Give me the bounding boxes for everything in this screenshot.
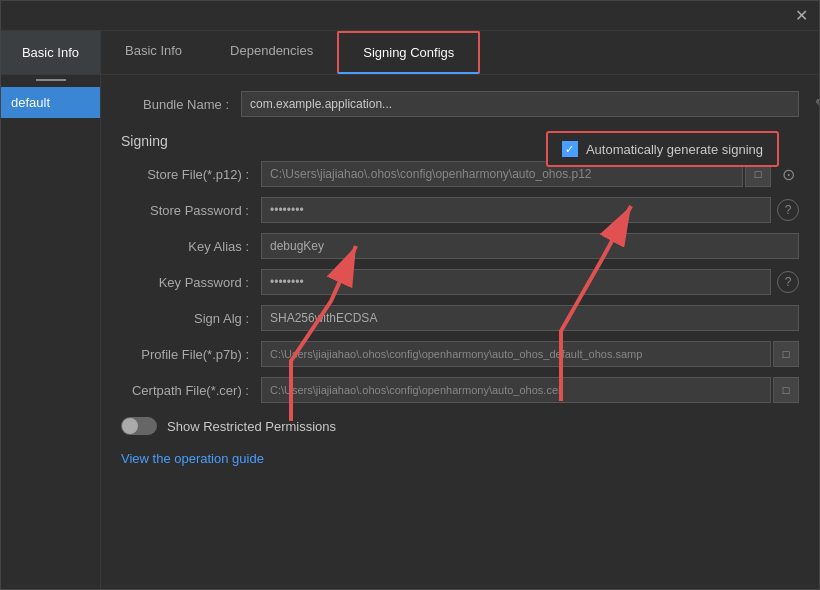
sign-alg-label: Sign Alg : <box>121 311 261 326</box>
content-area: Basic Info Dependencies Signing Configs … <box>101 31 819 589</box>
sidebar-divider <box>36 79 66 81</box>
store-password-help-button[interactable]: ? <box>777 199 799 221</box>
sidebar: Basic Info default <box>1 31 101 589</box>
auto-sign-box: Automatically generate signing <box>546 131 779 167</box>
auto-sign-checkbox[interactable] <box>562 141 578 157</box>
dialog: ✕ Basic Info default Basic Info Dependen… <box>0 0 820 590</box>
tab-basic-info[interactable]: Basic Info <box>101 31 206 74</box>
title-bar: ✕ <box>1 1 819 31</box>
close-button[interactable]: ✕ <box>793 8 809 24</box>
sidebar-item-default[interactable]: default <box>1 87 100 118</box>
key-password-help-button[interactable]: ? <box>777 271 799 293</box>
sidebar-tab-basic-info[interactable]: Basic Info <box>1 31 100 75</box>
store-password-row: Store Password : ? <box>121 197 799 223</box>
operation-guide-link[interactable]: View the operation guide <box>121 451 264 466</box>
profile-file-row: Profile File(*.p7b) : C:\Users\jiajiahao… <box>121 341 799 367</box>
key-alias-row: Key Alias : debugKey <box>121 233 799 259</box>
profile-file-label: Profile File(*.p7b) : <box>121 347 261 362</box>
fingerprint-icon[interactable]: ⊙ <box>777 163 799 185</box>
content-body: Bundle Name : com.example.application...… <box>101 75 819 589</box>
tab-dependencies[interactable]: Dependencies <box>206 31 337 74</box>
bundle-name-value: com.example.application... <box>241 91 799 117</box>
store-file-label: Store File(*.p12) : <box>121 167 261 182</box>
store-password-input[interactable] <box>261 197 771 223</box>
bundle-name-row: Bundle Name : com.example.application...… <box>121 91 799 117</box>
key-password-label: Key Password : <box>121 275 261 290</box>
main-layout: Basic Info default Basic Info Dependenci… <box>1 31 819 589</box>
tab-signing-configs[interactable]: Signing Configs <box>337 31 480 74</box>
tab-bar: Basic Info Dependencies Signing Configs <box>101 31 819 75</box>
profile-file-input[interactable]: C:\Users\jiajiahao\.ohos\config\openharm… <box>261 341 771 367</box>
key-alias-label: Key Alias : <box>121 239 261 254</box>
toggle-label: Show Restricted Permissions <box>167 419 336 434</box>
sign-alg-row: Sign Alg : SHA256withECDSA <box>121 305 799 331</box>
bundle-name-label: Bundle Name : <box>121 97 241 112</box>
key-password-row: Key Password : ? <box>121 269 799 295</box>
certpath-file-browse-button[interactable]: □ <box>773 377 799 403</box>
certpath-file-row: Certpath File(*.cer) : C:\Users\jiajiaha… <box>121 377 799 403</box>
profile-file-browse-button[interactable]: □ <box>773 341 799 367</box>
certpath-file-input[interactable]: C:\Users\jiajiahao\.ohos\config\openharm… <box>261 377 771 403</box>
auto-sign-label: Automatically generate signing <box>586 142 763 157</box>
sign-alg-input[interactable]: SHA256withECDSA <box>261 305 799 331</box>
store-password-label: Store Password : <box>121 203 261 218</box>
edit-icon[interactable]: ✎ <box>815 96 819 112</box>
key-alias-input[interactable]: debugKey <box>261 233 799 259</box>
restricted-permissions-toggle[interactable] <box>121 417 157 435</box>
toggle-knob <box>122 418 138 434</box>
certpath-file-label: Certpath File(*.cer) : <box>121 383 261 398</box>
key-password-input[interactable] <box>261 269 771 295</box>
toggle-row: Show Restricted Permissions <box>121 417 799 435</box>
